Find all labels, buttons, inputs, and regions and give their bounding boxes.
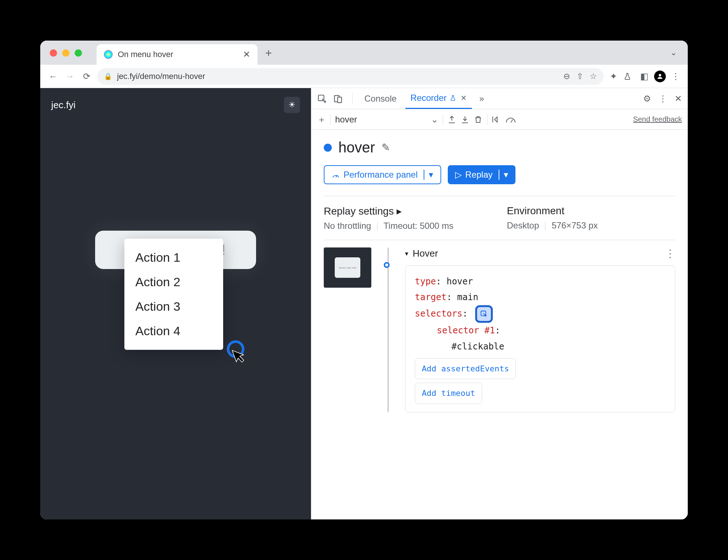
step-details: type: hover target: main selectors: sele… <box>405 265 675 412</box>
back-button[interactable]: ← <box>47 70 59 83</box>
chevron-right-icon: ▸ <box>397 205 402 217</box>
caret-down-icon[interactable]: ▾ <box>424 170 433 180</box>
export-icon[interactable] <box>447 115 456 124</box>
recording-title: hover <box>338 139 375 156</box>
selectors-key: selectors <box>415 309 462 319</box>
minimize-window-button[interactable] <box>62 49 70 57</box>
address-bar: ← → ⟳ 🔒 jec.fyi/demo/menu-hover ⊖ ⇧ ☆ ✦ … <box>40 65 688 88</box>
add-asserted-events-button[interactable]: Add assertedEvents <box>415 358 516 379</box>
extensions-icon[interactable]: ✦ <box>608 71 619 82</box>
recorder-toolbar: ＋ hover ⌄ Send feedback <box>311 109 688 130</box>
more-tabs-icon[interactable]: » <box>476 94 488 104</box>
replay-button[interactable]: ▷ Replay ▾ <box>448 165 515 184</box>
send-feedback-link[interactable]: Send feedback <box>633 115 682 124</box>
environment-header: Environment <box>507 205 676 217</box>
browser-tab[interactable]: On menu hover ✕ <box>97 44 258 65</box>
content-area: jec.fyi ☀ Hover over me! Action 1 Action… <box>40 88 688 519</box>
device-toggle-icon[interactable] <box>333 94 346 103</box>
recording-select[interactable]: hover <box>335 114 357 125</box>
edit-title-button[interactable]: ✎ <box>382 141 390 154</box>
target-key: target <box>415 292 447 302</box>
step-header[interactable]: ▾ Hover ⋮ <box>405 247 675 260</box>
svg-point-0 <box>659 74 661 76</box>
menu-icon[interactable]: ⋮ <box>670 71 681 82</box>
close-window-button[interactable] <box>50 49 57 57</box>
thumbnail-card: Hover over me! <box>335 257 360 278</box>
step-name: Hover <box>413 248 438 259</box>
zoom-icon[interactable]: ⊖ <box>563 72 570 81</box>
reload-button[interactable]: ⟳ <box>80 70 93 83</box>
side-panel-icon[interactable]: ◧ <box>639 71 650 82</box>
close-panel-icon[interactable]: ✕ <box>461 94 467 102</box>
step-icon[interactable] <box>492 116 501 124</box>
devtools-tabstrip: Console Recorder ✕ » ⚙ ⋮ ✕ <box>311 88 688 109</box>
profile-avatar[interactable] <box>654 71 666 82</box>
maximize-window-button[interactable] <box>75 49 82 57</box>
favicon-icon <box>104 50 113 59</box>
new-tab-button[interactable]: ＋ <box>261 45 276 60</box>
bookmark-icon[interactable]: ☆ <box>590 72 597 81</box>
labs-icon[interactable] <box>623 72 634 80</box>
forward-button[interactable]: → <box>64 70 76 83</box>
svg-rect-3 <box>338 97 342 102</box>
selector-picker-button[interactable] <box>475 305 493 323</box>
add-recording-button[interactable]: ＋ <box>317 114 326 125</box>
add-timeout-button[interactable]: Add timeout <box>415 383 482 404</box>
settings-icon[interactable]: ⚙ <box>643 94 651 104</box>
timeout-value: 5000 ms <box>420 221 453 231</box>
play-icon: ▷ <box>455 170 462 180</box>
timeout-label: Timeout: <box>383 221 417 231</box>
menu-item-4[interactable]: Action 4 <box>124 319 223 343</box>
share-icon[interactable]: ⇧ <box>577 72 583 81</box>
theme-toggle-button[interactable]: ☀ <box>284 97 300 113</box>
replay-settings-header[interactable]: Replay settings ▸ <box>324 205 492 217</box>
tab-console[interactable]: Console <box>359 88 402 109</box>
timeline-line <box>387 247 389 412</box>
site-name: jec.fyi <box>51 99 75 111</box>
url-input[interactable]: 🔒 jec.fyi/demo/menu-hover ⊖ ⇧ ☆ <box>97 68 604 85</box>
delete-icon[interactable] <box>474 115 483 124</box>
flask-icon <box>450 95 456 101</box>
selector-value[interactable]: #clickable <box>451 341 504 352</box>
url-text: jec.fyi/demo/menu-hover <box>117 72 205 81</box>
caret-down-icon[interactable]: ▾ <box>499 170 508 180</box>
target-value[interactable]: main <box>457 292 479 302</box>
browser-window: On menu hover ✕ ＋ ⌄ ← → ⟳ 🔒 jec.fyi/demo… <box>40 41 688 519</box>
timeline: Hover over me! ▾ Hover ⋮ type: hover <box>324 247 675 412</box>
viewport-dims: 576×753 px <box>552 220 598 230</box>
devtools-panel: Console Recorder ✕ » ⚙ ⋮ ✕ ＋ hover ⌄ <box>311 88 688 519</box>
lock-icon: 🔒 <box>104 72 112 80</box>
tab-recorder[interactable]: Recorder ✕ <box>405 88 472 109</box>
close-tab-button[interactable]: ✕ <box>243 49 250 60</box>
throttling-value: No throttling <box>324 221 371 231</box>
selector-label: selector #1 <box>437 325 495 336</box>
hover-menu: Action 1 Action 2 Action 3 Action 4 <box>124 239 223 350</box>
cursor-icon <box>231 346 248 366</box>
hover-card[interactable]: Hover over me! Action 1 Action 2 Action … <box>95 231 256 269</box>
timeline-step-dot[interactable] <box>384 262 390 268</box>
recording-status-icon <box>324 144 332 152</box>
menu-item-3[interactable]: Action 3 <box>124 294 223 319</box>
replay-settings-grid: Replay settings ▸ No throttling Timeout:… <box>324 196 675 240</box>
menu-item-2[interactable]: Action 2 <box>124 270 223 294</box>
collapse-icon[interactable]: ▾ <box>405 250 408 258</box>
performance-panel-button[interactable]: Performance panel ▾ <box>324 165 441 184</box>
inspect-icon[interactable] <box>317 94 330 103</box>
recorder-body: hover ✎ Performance panel ▾ ▷ Replay ▾ <box>311 130 688 519</box>
window-controls <box>50 49 82 57</box>
import-icon[interactable] <box>461 115 469 124</box>
tabs-dropdown-icon[interactable]: ⌄ <box>670 48 677 57</box>
menu-item-1[interactable]: Action 1 <box>124 245 223 270</box>
type-key: type <box>415 276 436 287</box>
type-value[interactable]: hover <box>447 276 473 287</box>
web-page: jec.fyi ☀ Hover over me! Action 1 Action… <box>40 88 311 519</box>
slow-replay-icon[interactable] <box>506 116 516 123</box>
tab-title: On menu hover <box>118 50 173 59</box>
step-thumbnail[interactable]: Hover over me! <box>324 247 371 288</box>
device-value: Desktop <box>507 220 539 230</box>
close-devtools-icon[interactable]: ✕ <box>675 94 682 104</box>
step-menu-icon[interactable]: ⋮ <box>665 247 675 260</box>
recording-dropdown-icon[interactable]: ⌄ <box>431 114 438 125</box>
kebab-icon[interactable]: ⋮ <box>658 94 667 104</box>
titlebar: On menu hover ✕ ＋ ⌄ <box>40 41 688 65</box>
